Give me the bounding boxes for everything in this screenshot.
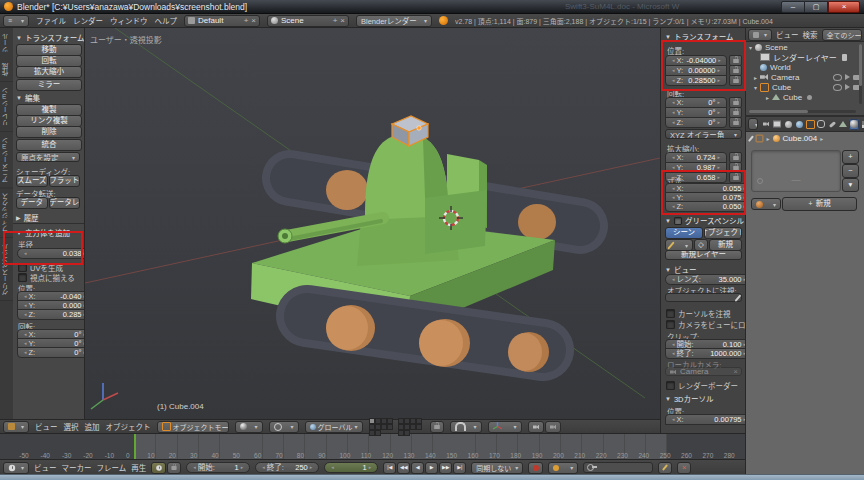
frame-start-field[interactable]: 開始:1: [186, 462, 250, 473]
tab-render-layers[interactable]: [772, 119, 782, 130]
tab-create[interactable]: 作成: [0, 58, 13, 82]
outliner-row-cube-data[interactable]: ▸ Cube: [746, 92, 864, 102]
shade-flat-button[interactable]: フラット: [49, 175, 81, 187]
timeline-frame-menu[interactable]: フレーム: [97, 462, 127, 473]
manipulator-dropdown[interactable]: [488, 421, 522, 433]
menu-file[interactable]: ファイル: [36, 15, 66, 26]
expand-icon[interactable]: ▾: [749, 44, 752, 51]
tab-animation[interactable]: アニメーション: [0, 132, 13, 189]
outliner-view-menu[interactable]: ビュー: [776, 29, 799, 40]
set-origin-dropdown[interactable]: 原点を設定: [16, 152, 80, 162]
add-rot-z-field[interactable]: Z:0°: [17, 347, 85, 358]
material-slot-list[interactable]: —: [751, 150, 841, 192]
tab-constraints[interactable]: [816, 119, 826, 130]
new-material-button[interactable]: + 新規: [782, 197, 857, 211]
cursor-x-field[interactable]: X:0.00795: [665, 414, 745, 425]
jump-next-keyframe-button[interactable]: ▶▶: [439, 462, 452, 474]
expand-icon[interactable]: ▸: [754, 74, 757, 81]
tab-modifiers[interactable]: [827, 119, 837, 130]
tab-data[interactable]: [838, 119, 848, 130]
shade-smooth-button[interactable]: スムーズ: [16, 175, 48, 187]
breadcrumb-id[interactable]: Cube.004: [783, 134, 818, 143]
minimize-button[interactable]: –: [781, 1, 805, 13]
close-button[interactable]: ×: [828, 1, 860, 13]
menu-window[interactable]: ウィンドウ: [110, 15, 148, 26]
maximize-button[interactable]: ▢: [805, 1, 828, 13]
rotation-mode-dropdown[interactable]: XYZ オイラー角: [665, 129, 742, 139]
tab-relations[interactable]: リレーション: [0, 82, 13, 132]
cursor-3d-panel-header[interactable]: ▼3Dカーソル: [665, 393, 714, 404]
lock-z-icon[interactable]: [729, 75, 742, 86]
radius-field[interactable]: 0.038: [17, 248, 85, 259]
lock-time-button[interactable]: [167, 462, 181, 474]
add-loc-z-field[interactable]: Z:0.285: [17, 309, 85, 320]
editor-type-timeline-dropdown[interactable]: [3, 462, 29, 474]
jump-prev-keyframe-button[interactable]: ◀◀: [397, 462, 410, 474]
clip-end-field[interactable]: 終了:1000.000: [665, 348, 745, 359]
transform-panel-header[interactable]: ▼ トランスフォーム: [16, 32, 85, 43]
autokey-mode-dropdown[interactable]: [548, 462, 578, 474]
delete-button[interactable]: 削除: [16, 126, 82, 138]
remove-slot-button[interactable]: −: [842, 164, 859, 178]
loc-z-field[interactable]: Z:0.28500: [665, 75, 727, 86]
expand-icon[interactable]: ▸: [766, 94, 769, 101]
visibility-eye-icon[interactable]: [833, 84, 842, 91]
render-border-checkbox[interactable]: レンダーボーダー: [666, 380, 738, 391]
current-frame-field[interactable]: 1: [324, 462, 378, 473]
select-menu[interactable]: 選択: [64, 421, 79, 432]
opengl-render-anim-button[interactable]: [545, 421, 561, 433]
lens-field[interactable]: レンズ:35.000: [665, 274, 745, 285]
transform-panel-header[interactable]: ▼トランスフォーム: [665, 31, 734, 42]
outliner-row-cube[interactable]: ▾ Cube: [746, 82, 864, 92]
jump-to-start-button[interactable]: |◀: [383, 462, 396, 474]
gp-scene-tab[interactable]: シーン: [665, 227, 703, 239]
layer-cell[interactable]: [416, 424, 422, 430]
tab-texture[interactable]: [860, 119, 864, 130]
data-transfer-button[interactable]: データ: [16, 197, 48, 209]
tab-scene[interactable]: [783, 119, 793, 130]
checkbox-icon[interactable]: [18, 273, 27, 282]
delete-keyframe-button[interactable]: ×: [677, 462, 691, 474]
add-slot-button[interactable]: +: [842, 150, 859, 164]
viewport[interactable]: ユーザー・透視投影 (1) Cube.004: [85, 28, 660, 419]
viewport-shading-dropdown[interactable]: [235, 421, 263, 433]
lock-to-object-field[interactable]: [665, 293, 742, 302]
render-engine-dropdown[interactable]: Blenderレンダー: [356, 15, 432, 27]
outliner-row-camera[interactable]: ▸ Camera: [746, 72, 864, 82]
outliner-h-scrollbar[interactable]: [749, 110, 856, 113]
view-menu[interactable]: ビュー: [35, 421, 58, 432]
lock-to-scene-button[interactable]: [430, 421, 444, 433]
dim-z-field[interactable]: Z:0.050: [665, 201, 745, 212]
slot-specials-button[interactable]: ▾: [842, 178, 859, 192]
data-layout-transfer-button[interactable]: データレ: [49, 197, 81, 209]
add-scene-icon[interactable]: +: [333, 16, 338, 25]
preview-range-button[interactable]: [151, 462, 166, 474]
edit-panel-header[interactable]: ▼ 編集: [16, 92, 40, 103]
eyedropper-icon[interactable]: [734, 294, 740, 301]
editor-type-outliner-dropdown[interactable]: [748, 29, 772, 41]
play-reverse-button[interactable]: ◀: [411, 462, 424, 474]
object-menu[interactable]: オブジェクト: [106, 421, 151, 432]
grease-pencil-panel-header[interactable]: ▼ グリースペンシルレイ..: [665, 215, 745, 226]
visibility-eye-icon[interactable]: [833, 74, 842, 81]
selectability-icon[interactable]: [845, 84, 850, 90]
align-to-view-checkbox[interactable]: 視点に揃える: [18, 272, 75, 283]
sync-mode-dropdown[interactable]: 同期しない: [471, 462, 523, 474]
browse-material-dropdown[interactable]: [751, 198, 781, 210]
outliner-search-menu[interactable]: 検索: [803, 29, 818, 40]
transform-orientation-dropdown[interactable]: グローバル: [305, 421, 363, 433]
tab-grease-pencil[interactable]: グリースペンシル: [0, 238, 13, 301]
mirror-button[interactable]: ミラー: [16, 79, 82, 91]
editor-type-menu-icon[interactable]: ≡: [3, 15, 29, 27]
timeline-view-menu[interactable]: ビュー: [34, 462, 57, 473]
keying-set-field[interactable]: [583, 462, 653, 473]
layer-cell[interactable]: [404, 430, 410, 436]
viewport-canvas[interactable]: [85, 28, 660, 419]
pin-icon[interactable]: [748, 135, 754, 141]
new-layer-button[interactable]: 新規レイヤー: [665, 250, 742, 260]
menu-render[interactable]: レンダー: [73, 15, 103, 26]
timeline-marker-menu[interactable]: マーカー: [62, 462, 92, 473]
tab-material[interactable]: [849, 119, 859, 130]
selectability-icon[interactable]: [845, 74, 850, 80]
panel-checkbox[interactable]: [674, 217, 682, 225]
